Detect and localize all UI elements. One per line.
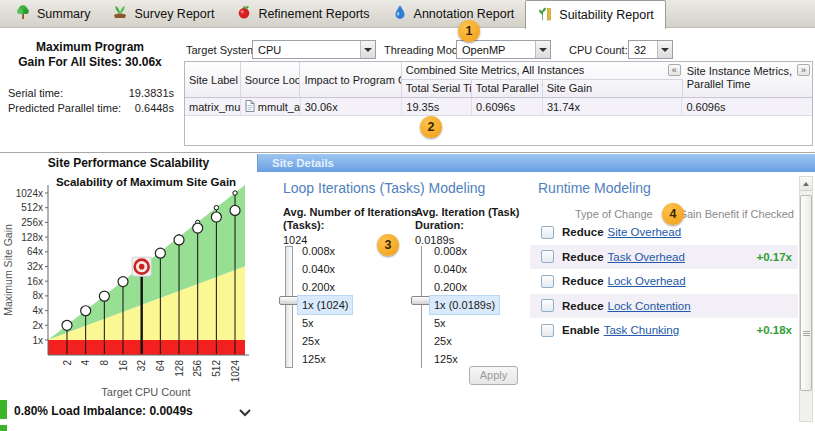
col-header-total-parallel[interactable]: Total Parallel Time xyxy=(472,80,543,97)
col-header-source-location[interactable]: Source Location xyxy=(241,62,301,98)
checkbox-task-overhead[interactable] xyxy=(541,250,554,263)
serial-time-value: 19.3831s xyxy=(129,87,174,99)
apply-button[interactable]: Apply xyxy=(469,366,518,385)
svg-text:64: 64 xyxy=(155,360,166,372)
max-gain-line2: Gain For All Sites: 30.06x xyxy=(4,55,176,70)
tab-summary[interactable]: Summary xyxy=(4,0,101,27)
survey-icon xyxy=(112,4,128,23)
duration-option-1x-0-0189s[interactable]: 1x (0.0189s) xyxy=(430,296,499,314)
cpu-count-label: CPU Count: xyxy=(569,44,628,56)
duration-slider-track[interactable] xyxy=(421,246,422,368)
threading-model-dropdown-icon[interactable] xyxy=(535,41,550,58)
checkbox-site-overhead[interactable] xyxy=(541,226,554,239)
col-header-impact[interactable]: Impact to Program Gain xyxy=(300,62,401,98)
iterations-option-0-008x[interactable]: 0.008x xyxy=(298,242,339,260)
cpu-count-dropdown-icon[interactable] xyxy=(657,41,672,58)
load-imbalance-label: 0.80% Load Imbalance: 0.0049s xyxy=(14,404,193,418)
gain-point-8[interactable] xyxy=(99,291,109,301)
svg-text:2: 2 xyxy=(62,360,73,366)
link-task-chunking[interactable]: Task Chunking xyxy=(604,324,679,336)
link-lock-contention[interactable]: Lock Contention xyxy=(608,300,691,312)
scalability-chart[interactable]: 1x2x4x8x16x32x64x128x256x512x1024x248163… xyxy=(0,172,270,402)
scrollbar-up-icon[interactable] xyxy=(800,177,812,191)
gain-point-64[interactable] xyxy=(155,248,165,258)
tree-icon xyxy=(15,4,31,23)
iterations-option-5x[interactable]: 5x xyxy=(298,314,318,332)
max-program-gain-title: Maximum Program Gain For All Sites: 30.0… xyxy=(4,40,176,70)
iterations-option-0-200x[interactable]: 0.200x xyxy=(298,278,339,296)
group-header-instance: Site Instance Metrics, Parallel Time » xyxy=(683,62,812,98)
expand-columns-button[interactable]: » xyxy=(797,64,810,76)
runtime-row-task-overhead: ReduceTask Overhead+0.17x xyxy=(530,245,798,270)
iterations-slider-handle[interactable] xyxy=(279,296,300,305)
site-metrics-table: Site Label Source Location Impact to Pro… xyxy=(184,61,813,146)
table-row[interactable]: matrix_multi ... mmult_ann ... 30.06x 19… xyxy=(185,98,812,116)
gain-point-4[interactable] xyxy=(81,306,91,316)
tab-suitability-report[interactable]: Suitability Report xyxy=(525,0,666,29)
duration-slider-handle[interactable] xyxy=(411,296,432,305)
duration-option-25x[interactable]: 25x xyxy=(430,332,456,350)
svg-text:1024x: 1024x xyxy=(16,188,43,199)
gain-point-16[interactable] xyxy=(118,277,128,287)
collapse-columns-button[interactable]: « xyxy=(668,64,681,76)
svg-text:Maximum Site Gain: Maximum Site Gain xyxy=(2,224,14,316)
duration-option-125x[interactable]: 125x xyxy=(430,350,462,368)
iterations-option-1x-1024[interactable]: 1x (1024) xyxy=(298,296,352,314)
col-header-site-label[interactable]: Site Label xyxy=(185,62,241,98)
serial-time-row: Serial time: 19.3831s xyxy=(8,87,174,99)
load-imbalance-bar xyxy=(0,400,7,419)
change-prefix: Reduce xyxy=(562,275,604,287)
runtime-row-lock-contention: ReduceLock Contention xyxy=(530,294,798,319)
type-of-change-header: Type of Change xyxy=(575,208,653,220)
gain-point-2[interactable] xyxy=(62,320,72,330)
change-prefix: Enable xyxy=(562,324,600,336)
tab-survey-report[interactable]: Survey Report xyxy=(101,0,225,27)
cell-site-label: matrix_multi ... xyxy=(185,98,241,115)
tab-annotation-report[interactable]: Annotation Report xyxy=(381,0,526,27)
scalability-panel: 1x2x4x8x16x32x64x128x256x512x1024x248163… xyxy=(0,172,815,431)
threading-model-select[interactable]: OpenMP xyxy=(456,40,551,59)
apple-icon xyxy=(236,4,252,23)
instance-metrics-label: Site Instance Metrics, Parallel Time xyxy=(687,65,808,91)
gain-point-1024[interactable] xyxy=(230,205,240,215)
tab-refinement-reports[interactable]: Refinement Reports xyxy=(225,0,380,27)
tab-label: Annotation Report xyxy=(414,7,515,21)
duration-option-5x[interactable]: 5x xyxy=(430,314,450,332)
cell-total-parallel: 0.6096s xyxy=(472,98,543,115)
iterations-option-125x[interactable]: 125x xyxy=(298,350,330,368)
target-system-dropdown-icon[interactable] xyxy=(360,41,375,58)
runtime-modeling-rows: ReduceSite OverheadReduceTask Overhead+0… xyxy=(530,220,798,343)
col-header-site-gain[interactable]: Site Gain xyxy=(543,80,683,97)
cpu-count-select[interactable]: 32 xyxy=(628,40,673,59)
gain-point-128[interactable] xyxy=(174,235,184,245)
iterations-slider-label: Avg. Number of Iterations (Tasks): xyxy=(283,206,421,232)
gain-point-256[interactable] xyxy=(193,223,203,233)
checkbox-lock-overhead[interactable] xyxy=(541,275,554,288)
site-tabbar: Site Performance Scalability Site Detail… xyxy=(0,154,815,172)
col-header-total-serial[interactable]: Total Serial Time xyxy=(402,80,472,97)
checkbox-lock-contention[interactable] xyxy=(541,299,554,312)
svg-text:4: 4 xyxy=(80,360,91,366)
iterations-slider-track[interactable] xyxy=(285,246,293,368)
tab-site-performance-scalability[interactable]: Site Performance Scalability xyxy=(0,154,258,172)
duration-option-0-008x[interactable]: 0.008x xyxy=(430,242,471,260)
scrollbar-thumb[interactable] xyxy=(800,195,812,391)
tab-site-details[interactable]: Site Details xyxy=(272,154,334,172)
report-tabbar: SummarySurvey ReportRefinement ReportsAn… xyxy=(0,0,815,28)
tab-label: Survey Report xyxy=(134,7,214,21)
gain-benefit-value: +0.17x xyxy=(757,251,793,263)
target-system-select[interactable]: CPU xyxy=(252,40,376,59)
max-gain-line1: Maximum Program xyxy=(4,40,176,55)
checkbox-task-chunking[interactable] xyxy=(541,324,554,337)
link-lock-overhead[interactable]: Lock Overhead xyxy=(608,275,686,287)
vertical-scrollbar[interactable] xyxy=(799,176,813,422)
iterations-option-0-040x[interactable]: 0.040x xyxy=(298,260,339,278)
duration-option-0-040x[interactable]: 0.040x xyxy=(430,260,471,278)
callout-badge-1: 1 xyxy=(458,20,480,42)
gain-point-512[interactable] xyxy=(211,212,221,222)
link-site-overhead[interactable]: Site Overhead xyxy=(608,226,682,238)
expand-chevron-down-icon[interactable] xyxy=(238,404,252,422)
iterations-option-25x[interactable]: 25x xyxy=(298,332,324,350)
link-task-overhead[interactable]: Task Overhead xyxy=(608,251,685,263)
duration-option-0-200x[interactable]: 0.200x xyxy=(430,278,471,296)
